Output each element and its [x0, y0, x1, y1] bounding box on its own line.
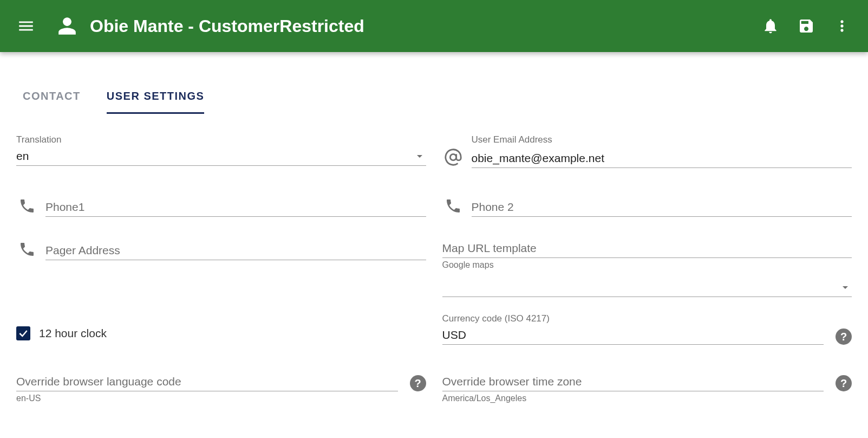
pager-input[interactable]: [45, 242, 426, 259]
field-override-tz: ? America/Los_Angeles: [442, 356, 852, 414]
email-input[interactable]: [472, 150, 852, 167]
field-override-lang: ? en-US: [16, 356, 426, 414]
more-vert-icon: [833, 17, 851, 35]
check-icon: [18, 328, 29, 339]
currency-label: Currency code (ISO 4217): [442, 313, 852, 324]
field-email: User Email Address: [442, 129, 852, 179]
at-icon: [442, 146, 464, 168]
map-url-helper: Google maps: [442, 260, 852, 270]
currency-input[interactable]: [442, 326, 824, 344]
chevron-down-icon: [413, 150, 426, 163]
page-title: Obie Mante - CustomerRestricted: [90, 16, 364, 36]
app-bar: Obie Mante - CustomerRestricted: [0, 0, 868, 52]
help-icon[interactable]: ?: [836, 375, 852, 391]
content-area: CONTACT USER SETTINGS Translation User E…: [0, 52, 868, 430]
tab-user-settings[interactable]: USER SETTINGS: [107, 85, 205, 114]
save-button[interactable]: [793, 13, 819, 39]
phone-icon: [16, 239, 38, 260]
override-lang-helper: en-US: [16, 394, 426, 403]
map-url-select[interactable]: [442, 278, 852, 297]
translation-label: Translation: [16, 134, 426, 145]
clock12-checkbox[interactable]: [16, 326, 30, 340]
clock12-label: 12 hour clock: [39, 327, 107, 340]
field-phone1: [16, 179, 426, 228]
menu-button[interactable]: [13, 13, 39, 39]
hamburger-icon: [17, 17, 35, 35]
map-url-select-input[interactable]: [442, 279, 839, 296]
more-button[interactable]: [829, 13, 855, 39]
phone2-input[interactable]: [472, 198, 852, 216]
field-phone2: [442, 179, 852, 228]
tab-contact[interactable]: CONTACT: [23, 85, 81, 114]
bell-icon: [762, 17, 779, 35]
phone1-input[interactable]: [45, 198, 426, 216]
field-currency: Currency code (ISO 4217) ?: [442, 308, 852, 356]
person-icon: [57, 16, 77, 36]
field-pager: [16, 228, 426, 308]
override-lang-input[interactable]: [16, 373, 398, 390]
phone-icon: [16, 195, 38, 217]
email-label: User Email Address: [472, 134, 852, 145]
translation-select[interactable]: [16, 146, 426, 166]
help-icon[interactable]: ?: [836, 328, 852, 345]
field-translation: Translation: [16, 129, 426, 179]
override-tz-helper: America/Los_Angeles: [442, 394, 852, 403]
phone-icon: [442, 195, 464, 217]
chevron-down-icon: [839, 281, 852, 294]
svg-point-0: [450, 154, 456, 160]
translation-input[interactable]: [16, 147, 413, 165]
map-url-input[interactable]: [442, 240, 852, 257]
override-tz-input[interactable]: [442, 373, 824, 390]
field-map-url: Google maps: [442, 228, 852, 308]
field-12hour: 12 hour clock: [16, 308, 426, 356]
profile-button[interactable]: [54, 13, 80, 39]
notifications-button[interactable]: [758, 13, 784, 39]
save-icon: [798, 17, 815, 35]
tabs: CONTACT USER SETTINGS: [23, 85, 852, 114]
help-icon[interactable]: ?: [410, 375, 426, 391]
